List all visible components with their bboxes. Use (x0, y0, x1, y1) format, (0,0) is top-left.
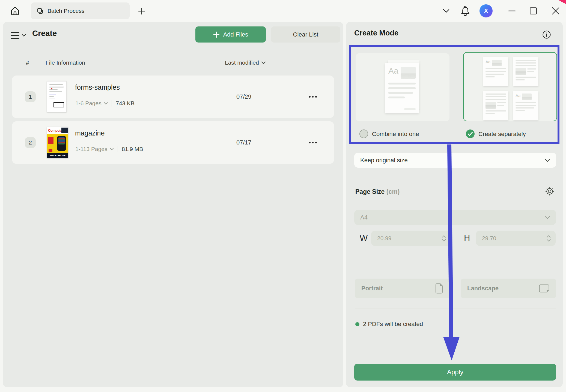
page-size-preset-select[interactable]: A4 (354, 210, 556, 225)
dropdown-chevron-icon (545, 216, 550, 219)
last-modified-value: 07/17 (236, 121, 251, 164)
clear-list-button[interactable]: Clear List (271, 26, 340, 43)
width-input[interactable] (377, 235, 442, 242)
section-title: Create Mode (354, 29, 398, 37)
maximize-button[interactable] (527, 0, 540, 22)
separately-illustration: Aa (483, 57, 538, 120)
size-mode-value: Keep original size (360, 157, 408, 164)
apply-button[interactable]: Apply (354, 364, 556, 381)
radio-create-separately-checked[interactable] (466, 129, 475, 138)
mini-page: Aa (513, 91, 538, 120)
plus-icon (213, 31, 220, 38)
landscape-label: Landscape (467, 285, 499, 292)
create-mode-highlight-box: Aa Aa (349, 45, 559, 144)
table-row[interactable]: 1 forms-samples 1-6 Pages 743 (12, 76, 334, 118)
file-thumbnail (47, 81, 67, 112)
row-index-badge: 2 (25, 137, 36, 148)
tab-batch-process[interactable]: Batch Process (31, 2, 130, 19)
status-text: 2 PDFs will be created (363, 321, 423, 328)
account-avatar[interactable]: X (479, 4, 493, 17)
clear-list-label: Clear List (293, 31, 318, 38)
file-thumbnail: Computer SMARTPHONE (47, 127, 68, 158)
title-bar: Batch Process X (0, 0, 566, 22)
info-button[interactable] (542, 30, 551, 39)
width-field (371, 231, 451, 246)
check-icon (467, 132, 473, 136)
height-input[interactable] (482, 235, 547, 242)
status-row: 2 PDFs will be created (355, 321, 423, 328)
bell-icon (460, 5, 470, 16)
portrait-label: Portrait (361, 285, 383, 292)
titlebar-divider (503, 4, 503, 18)
maximize-icon (530, 7, 537, 14)
close-icon (552, 7, 559, 15)
file-name: forms-samples (75, 83, 120, 91)
meta-divider (118, 146, 118, 152)
dropdown-chevron-icon (22, 34, 26, 37)
mode-label-separately[interactable]: Create separately (478, 131, 526, 138)
width-stepper[interactable] (442, 235, 446, 242)
mode-card-separately[interactable]: Aa (463, 52, 557, 121)
new-tab-button[interactable] (135, 5, 148, 17)
section-divider (355, 178, 556, 178)
dropdown-chevron-icon (443, 9, 449, 13)
image-placeholder (522, 94, 532, 100)
page-size-preset-value: A4 (360, 214, 368, 221)
pages-label: 1-6 Pages (75, 100, 102, 107)
column-number: # (26, 59, 29, 66)
image-placeholder (485, 102, 496, 109)
table-row[interactable]: 2 Computer SMARTPHONE magazine 1-113 Pag… (12, 121, 334, 164)
dropdown-chevron-icon (110, 148, 114, 150)
sort-chevron-icon (261, 61, 266, 64)
magazine-banner: SMARTPHONE (47, 153, 68, 158)
file-size: 81.9 MB (122, 146, 143, 152)
home-button[interactable] (8, 4, 22, 18)
image-placeholder (492, 60, 502, 66)
radio-combine-into-one[interactable] (359, 129, 368, 138)
more-menu-button[interactable] (306, 76, 320, 118)
pages-range-dropdown[interactable]: 1-113 Pages (75, 146, 114, 152)
cursor-artifact (558, 0, 566, 4)
width-label: W (360, 231, 368, 246)
mini-page (483, 91, 508, 120)
doc-glyph: Aa (388, 67, 398, 75)
window-menu-chevron-button[interactable] (439, 0, 454, 22)
mode-radio-row: Combine into one Create separately (351, 128, 558, 140)
mode-card-combine[interactable]: Aa (356, 53, 449, 121)
mode-label-combine[interactable]: Combine into one (372, 131, 419, 138)
page-size-label: Page Size (355, 188, 385, 195)
page-size-settings-button[interactable] (544, 186, 555, 197)
file-list-panel: Create Add Files Clear List # File Infor… (3, 22, 343, 387)
pages-label: 1-113 Pages (75, 146, 108, 152)
combine-illustration: Aa (384, 60, 421, 114)
add-tab-icon (138, 7, 145, 15)
sort-last-modified-button[interactable]: Last modified (225, 59, 266, 66)
notifications-button[interactable] (458, 0, 473, 22)
doc-glyph: Aa (516, 94, 520, 98)
file-name: magazine (75, 129, 105, 137)
apply-label: Apply (447, 368, 463, 376)
column-file-information: File Information (46, 59, 85, 66)
landscape-button[interactable]: Landscape (461, 279, 556, 298)
status-dot-icon (355, 322, 359, 326)
portrait-page-icon (435, 283, 444, 294)
tool-menu-button[interactable] (11, 29, 29, 42)
minimize-button[interactable] (505, 0, 519, 22)
height-stepper[interactable] (547, 235, 551, 242)
tab-title: Batch Process (47, 8, 84, 14)
add-files-button[interactable]: Add Files (195, 26, 266, 43)
image-placeholder (401, 67, 416, 79)
last-modified-value: 07/29 (236, 76, 251, 118)
portrait-button[interactable]: Portrait (355, 279, 450, 298)
page-size-unit: (cm) (386, 188, 400, 195)
add-files-label: Add Files (223, 31, 248, 38)
size-mode-select[interactable]: Keep original size (354, 153, 556, 168)
pages-range-dropdown[interactable]: 1-6 Pages (75, 100, 108, 107)
batch-process-window: Batch Process X (0, 0, 566, 392)
more-menu-button[interactable] (306, 121, 320, 164)
minimize-icon (508, 10, 516, 11)
file-meta: 1-113 Pages 81.9 MB (75, 146, 143, 152)
image-placeholder (516, 68, 526, 75)
gear-icon (545, 186, 555, 196)
mini-page: Aa (483, 57, 508, 86)
